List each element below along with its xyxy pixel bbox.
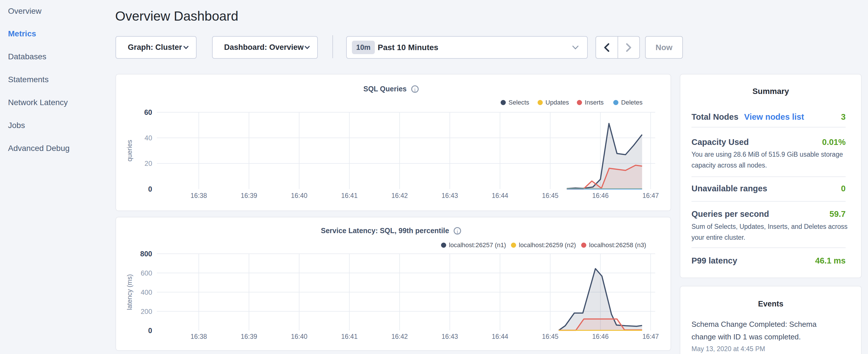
svg-text:16:45: 16:45: [542, 192, 559, 199]
svg-text:16:41: 16:41: [341, 192, 358, 199]
svg-text:16:38: 16:38: [190, 192, 207, 199]
svg-text:600: 600: [141, 269, 152, 277]
svg-text:16:39: 16:39: [241, 333, 257, 340]
svg-text:400: 400: [141, 288, 152, 296]
svg-text:0: 0: [148, 185, 152, 193]
svg-text:16:38: 16:38: [190, 333, 207, 340]
svg-text:queries: queries: [126, 140, 133, 161]
svg-text:16:43: 16:43: [441, 192, 458, 199]
svg-text:16:42: 16:42: [391, 333, 408, 340]
svg-text:16:41: 16:41: [341, 333, 358, 340]
svg-text:16:44: 16:44: [492, 333, 508, 340]
svg-text:16:47: 16:47: [642, 333, 659, 340]
svg-text:200: 200: [141, 308, 152, 315]
svg-text:16:46: 16:46: [592, 333, 609, 340]
svg-text:16:43: 16:43: [441, 333, 458, 340]
svg-text:20: 20: [145, 160, 152, 167]
svg-text:16:45: 16:45: [542, 333, 559, 340]
svg-text:16:39: 16:39: [241, 192, 257, 199]
svg-text:60: 60: [144, 108, 152, 116]
svg-text:16:42: 16:42: [391, 192, 408, 199]
svg-text:800: 800: [140, 250, 152, 258]
svg-text:0: 0: [148, 326, 152, 334]
svg-text:16:44: 16:44: [492, 192, 508, 199]
svg-text:16:46: 16:46: [592, 192, 609, 199]
svg-text:40: 40: [145, 134, 152, 142]
svg-text:16:40: 16:40: [291, 333, 308, 340]
svg-text:16:47: 16:47: [642, 192, 659, 199]
svg-text:16:40: 16:40: [291, 192, 308, 199]
svg-text:latency (ms): latency (ms): [126, 274, 133, 310]
